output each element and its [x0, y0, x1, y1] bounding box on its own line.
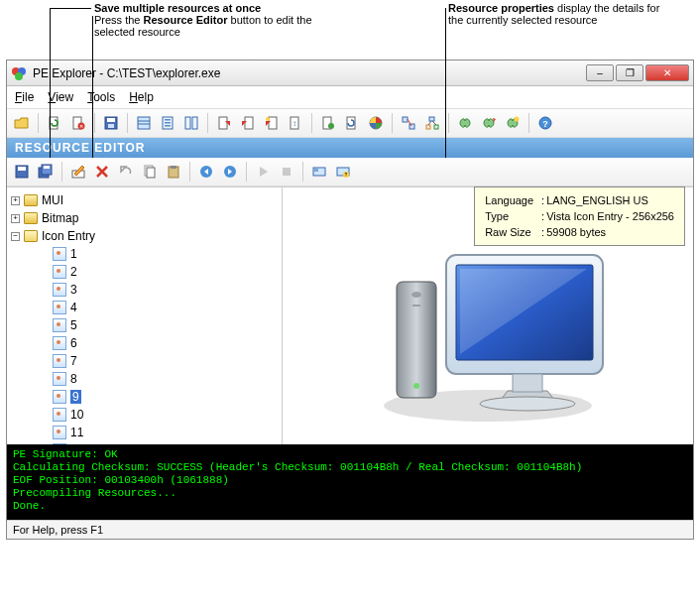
- tree-leaf-label: 9: [70, 390, 81, 404]
- view-mode2-icon[interactable]: ?: [332, 161, 354, 183]
- tree-leaf[interactable]: 2: [9, 263, 280, 281]
- svg-rect-61: [283, 168, 291, 176]
- prop-language-label: Language: [485, 193, 539, 207]
- tree-leaf-label: 1: [70, 247, 77, 261]
- maximize-button[interactable]: ❐: [616, 64, 643, 81]
- menu-view[interactable]: View: [48, 90, 73, 104]
- svg-rect-21: [245, 117, 253, 129]
- tree-folder-iconentry[interactable]: −Icon Entry: [9, 227, 280, 245]
- delay-import-icon[interactable]: [261, 112, 283, 134]
- svg-rect-37: [434, 125, 438, 129]
- tree-leaf-label: 12: [70, 443, 83, 444]
- tree-leaf[interactable]: 10: [9, 406, 280, 424]
- prop-size-label: Raw Size: [485, 225, 539, 239]
- tree-leaf-label: 2: [70, 265, 77, 279]
- resource-editor-header: RESOURCE EDITOR: [7, 138, 693, 158]
- minimize-button[interactable]: –: [586, 64, 614, 81]
- svg-rect-17: [185, 117, 190, 129]
- svg-point-71: [480, 397, 575, 411]
- view-mode1-icon[interactable]: [308, 161, 330, 183]
- collapse-icon[interactable]: −: [11, 232, 20, 241]
- preview-pane: Language:LANG_ENGLISH US Type:Vista Icon…: [283, 187, 693, 444]
- dependency-icon[interactable]: [398, 112, 419, 134]
- svg-text:?: ?: [345, 172, 348, 178]
- svg-line-39: [432, 121, 436, 125]
- menu-file[interactable]: File: [15, 90, 34, 104]
- plugin1-icon[interactable]: [454, 112, 476, 134]
- expand-icon[interactable]: +: [11, 196, 20, 205]
- tree-leaf[interactable]: 9: [9, 388, 280, 406]
- icon-resource-icon: [53, 336, 66, 350]
- tree-leaf[interactable]: 3: [9, 281, 280, 299]
- data-dir-icon[interactable]: [157, 112, 178, 134]
- annotation-properties: Resource properties display the details …: [448, 2, 676, 26]
- folder-icon: [24, 212, 38, 224]
- resource-preview-image: [369, 227, 607, 426]
- icon-resource-icon: [53, 390, 66, 404]
- tree-leaf[interactable]: 7: [9, 352, 280, 370]
- tree-leaf[interactable]: 12: [9, 441, 280, 444]
- window-title: PE Explorer - C:\TEST\explorer.exe: [33, 66, 586, 80]
- open-icon[interactable]: [11, 112, 33, 134]
- paste-icon[interactable]: [163, 161, 184, 183]
- play-icon[interactable]: [252, 161, 274, 183]
- console-line: Calculating Checksum: SUCCESS (Header's …: [13, 461, 687, 474]
- headers-icon[interactable]: [133, 112, 155, 134]
- svg-point-25: [266, 117, 270, 121]
- tree-folder-bitmap[interactable]: +Bitmap: [9, 209, 280, 227]
- output-console[interactable]: PE Signature: OK Calculating Checksum: S…: [7, 444, 693, 520]
- help-icon[interactable]: ?: [534, 112, 556, 134]
- tree-leaf[interactable]: 5: [9, 316, 280, 334]
- sections-icon[interactable]: [180, 112, 202, 134]
- svg-point-70: [413, 383, 419, 389]
- prev-icon[interactable]: [195, 161, 217, 183]
- svg-rect-14: [165, 119, 171, 121]
- annotation-save-multiple: Save multiple resources at once Press th…: [94, 2, 352, 38]
- svg-line-38: [428, 121, 431, 125]
- menu-help[interactable]: Help: [129, 90, 154, 104]
- icon-resource-icon: [53, 408, 66, 422]
- doc-refresh-icon[interactable]: [44, 112, 65, 134]
- svg-rect-10: [138, 117, 150, 129]
- doc-error-icon[interactable]: ✕: [67, 112, 89, 134]
- svg-rect-35: [429, 117, 434, 121]
- import-icon[interactable]: [237, 112, 259, 134]
- reload-doc-icon[interactable]: [341, 112, 363, 134]
- undo-icon[interactable]: [115, 161, 137, 183]
- resource-tree[interactable]: +MUI +Bitmap −Icon Entry1234567891011121…: [7, 187, 283, 444]
- edit-resource-icon[interactable]: [67, 161, 89, 183]
- plugin3-icon[interactable]: [502, 112, 524, 134]
- dependency-tree-icon[interactable]: [421, 112, 443, 134]
- export-icon[interactable]: [213, 112, 235, 134]
- tree-leaf[interactable]: 6: [9, 334, 280, 352]
- stop-icon[interactable]: [276, 161, 297, 183]
- svg-point-41: [515, 117, 520, 122]
- prop-type-label: Type: [485, 209, 539, 223]
- delete-resource-icon[interactable]: [91, 161, 113, 183]
- save-multiple-icon[interactable]: [35, 161, 57, 183]
- debug-icon[interactable]: [317, 112, 339, 134]
- save-icon[interactable]: [100, 112, 122, 134]
- close-button[interactable]: ✕: [645, 64, 689, 81]
- folder-icon: [24, 194, 38, 206]
- save-resource-icon[interactable]: [11, 161, 33, 183]
- prop-type-value: Vista Icon Entry - 256x256: [546, 209, 674, 223]
- copy-icon[interactable]: [139, 161, 161, 183]
- tree-leaf[interactable]: 1: [9, 245, 280, 263]
- svg-rect-19: [219, 117, 227, 129]
- svg-point-2: [15, 72, 23, 80]
- icon-resource-icon: [53, 283, 66, 297]
- tree-leaf[interactable]: 4: [9, 299, 280, 316]
- tree-folder-mui[interactable]: +MUI: [9, 191, 280, 209]
- tree-leaf-label: 6: [70, 336, 77, 350]
- plugin2-icon[interactable]: [478, 112, 500, 134]
- resource-editor-button[interactable]: [365, 112, 387, 134]
- next-icon[interactable]: [219, 161, 241, 183]
- tree-label: Icon Entry: [42, 229, 95, 243]
- relocation-icon[interactable]: ↕: [285, 112, 306, 134]
- tree-leaf[interactable]: 11: [9, 424, 280, 441]
- titlebar[interactable]: PE Explorer - C:\TEST\explorer.exe – ❐ ✕: [7, 61, 693, 86]
- svg-rect-36: [426, 125, 430, 129]
- tree-leaf[interactable]: 8: [9, 370, 280, 388]
- expand-icon[interactable]: +: [11, 214, 20, 223]
